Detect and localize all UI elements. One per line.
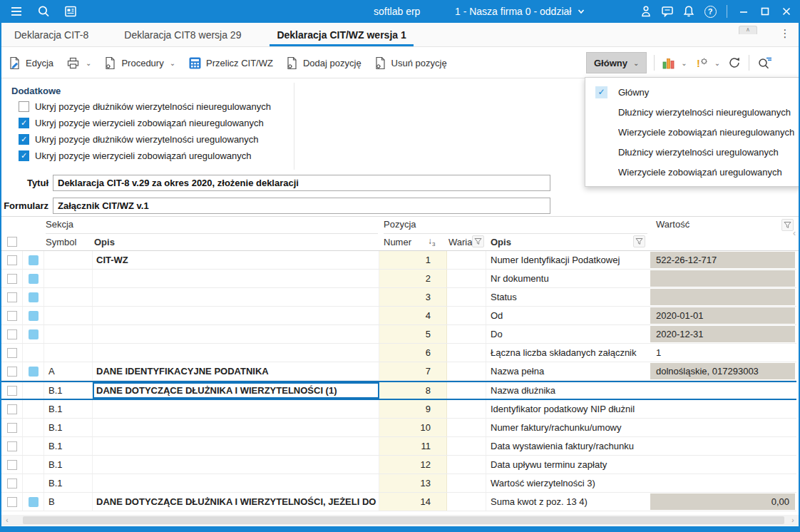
value-box[interactable]: dolnośląskie, 017293003 (650, 363, 795, 379)
cell-wariant (447, 474, 486, 492)
sort-ascending-icon[interactable]: ↓3 (428, 236, 435, 247)
value-box[interactable]: 0,00 (650, 493, 795, 510)
cell-symbol (44, 270, 93, 287)
print-button[interactable]: ⌄ (66, 56, 91, 70)
value-text[interactable]: 1 (649, 347, 661, 358)
row-checkbox[interactable] (7, 460, 17, 470)
row-checkbox[interactable] (7, 367, 17, 377)
column-header-symbol[interactable]: Symbol (46, 237, 76, 247)
row-checkbox[interactable] (7, 423, 17, 433)
scrollbar-thumb[interactable] (23, 516, 784, 524)
validation-button[interactable]: ! ⌄ (694, 56, 720, 70)
form-input[interactable] (53, 198, 550, 214)
table-row[interactable]: B.113Wartość wierzytelności 3) (1, 474, 796, 493)
value-box[interactable]: 522-26-12-717 (650, 252, 795, 268)
collapse-side-panel-chevron[interactable]: ‹ (793, 228, 796, 238)
minimize-button[interactable] (733, 0, 754, 23)
filter-icon[interactable] (633, 235, 645, 247)
option-checkbox-3[interactable]: ✓Ukryj pozycje dłużników wierzytelności … (19, 134, 271, 145)
view-menu-item-5[interactable]: Wierzyciele zobowiązań uregulowanych (585, 162, 800, 182)
checkbox-checked-icon[interactable]: ✓ (19, 150, 29, 161)
view-menu-item-3[interactable]: Wierzyciele zobowiązań nieuregulowanych (585, 122, 800, 142)
cell-wartosc (649, 419, 796, 436)
table-row[interactable]: B.1DANE DOTYCZĄCE DŁUŻNIKA I WIERZYTELNO… (1, 381, 796, 400)
news-icon[interactable] (60, 0, 81, 23)
table-row[interactable]: B.112Data upływu terminu zapłaty (1, 456, 796, 474)
table-row[interactable]: 5Do2020-12-31 (1, 325, 796, 344)
remove-position-button[interactable]: Usuń pozycję (374, 56, 447, 70)
table-row[interactable]: B.19Identyfikator podatkowy NIP dłużnil (1, 400, 796, 419)
column-header-wariant[interactable]: Waria (448, 237, 472, 247)
table-row[interactable]: BDANE DOTYCZĄCE DŁUŻNIKA I WIERZYTELNOŚC… (1, 493, 796, 511)
table-row[interactable]: 3Status (1, 288, 796, 307)
row-checkbox[interactable] (7, 386, 17, 396)
tab-overflow-menu-icon[interactable]: ⋮ (779, 27, 791, 40)
column-header-opis-sekcja[interactable]: Opis (94, 237, 115, 247)
row-checkbox[interactable] (7, 348, 17, 358)
value-box[interactable]: 2020-01-01 (650, 307, 795, 324)
maximize-button[interactable] (754, 0, 776, 23)
row-checkbox[interactable] (7, 404, 17, 414)
user-icon[interactable] (635, 0, 657, 23)
view-menu-item-4[interactable]: Dłużnicy wierzytelności uregulowanych (585, 142, 800, 162)
row-checkbox[interactable] (7, 274, 17, 284)
cell-opis: Status (486, 288, 649, 306)
filter-icon[interactable] (781, 219, 794, 231)
tab-1[interactable]: Deklaracja CIT-8 (11, 23, 91, 46)
view-menu-item-1[interactable]: ✓Główny (585, 82, 800, 102)
table-row[interactable]: 6Łączna liczba składanych załącznik1 (1, 344, 796, 362)
row-indicator-icon (29, 255, 39, 265)
row-checkbox[interactable] (7, 441, 17, 451)
table-row[interactable]: CIT-WZ1Numer Identyfikacji Podatkowej522… (1, 251, 796, 270)
view-selector-button[interactable]: Główny ⌄ (586, 52, 647, 73)
row-checkbox[interactable] (7, 311, 17, 321)
chat-icon[interactable] (657, 0, 678, 23)
search-icon[interactable] (33, 0, 54, 23)
collapse-panel-chevron[interactable]: ∧ (739, 26, 757, 34)
column-header-opis-pozycja[interactable]: Opis (491, 237, 511, 247)
row-checkbox[interactable] (7, 497, 17, 507)
value-box[interactable] (650, 270, 795, 287)
checkbox-unchecked-icon[interactable] (19, 101, 29, 112)
add-position-button[interactable]: Dodaj pozycję (286, 56, 361, 70)
close-button[interactable] (776, 0, 797, 23)
checkbox-checked-icon[interactable]: ✓ (19, 134, 29, 145)
table-row[interactable]: ADANE IDENTYFIKACYJNE PODATNIKA7Nazwa pe… (1, 362, 796, 381)
select-all-checkbox[interactable] (7, 237, 17, 247)
table-row[interactable]: 4Od2020-01-01 (1, 307, 796, 325)
row-indicator-cell (23, 251, 44, 269)
search-filter-button[interactable] (757, 56, 772, 70)
value-box[interactable]: 2020-12-31 (650, 326, 795, 342)
table-row[interactable]: B.110Numer faktury/rachunku/umowy (1, 419, 796, 437)
edit-button[interactable]: Edycja (9, 56, 53, 70)
company-selector[interactable]: 1 - Nasza firma 0 - oddział (455, 0, 585, 23)
tab-3[interactable]: Deklaracja CIT/WZ wersja 1 (274, 23, 409, 46)
table-row[interactable]: B.111Data wystawienia faktury/rachunku (1, 437, 796, 456)
scroll-right-arrow[interactable]: › (787, 515, 799, 526)
option-checkbox-4[interactable]: ✓Ukryj pozycje wierzycieli zobowiązań ur… (19, 150, 271, 161)
checkbox-checked-icon[interactable]: ✓ (19, 118, 29, 128)
cell-sekcja-opis: DANE DOTYCZĄCE DŁUŻNIKA I WIERZYTELNOŚCI… (93, 382, 379, 399)
option-checkbox-2[interactable]: ✓Ukryj pozycje wierzycieli zobowiązań ni… (19, 118, 271, 128)
tab-2[interactable]: Deklaracja CIT8 wersja 29 (121, 23, 244, 46)
refresh-button[interactable] (727, 56, 742, 70)
column-header-numer[interactable]: Numer (384, 237, 411, 247)
bell-icon[interactable] (678, 0, 699, 23)
chart-button[interactable]: ⌄ (662, 56, 687, 70)
row-checkbox[interactable] (7, 292, 17, 302)
scroll-left-arrow[interactable]: ‹ (1, 515, 13, 526)
view-menu-item-2[interactable]: Dłużnicy wierzytelności nieuregulowanych (585, 102, 800, 122)
title-input[interactable] (53, 175, 550, 191)
value-box[interactable] (650, 289, 795, 305)
row-checkbox[interactable] (7, 255, 17, 265)
cell-opis: Nr dokumentu (486, 270, 649, 287)
procedures-button[interactable]: Procedury ⌄ (104, 56, 175, 70)
option-checkbox-1[interactable]: Ukryj pozycje dłużników wierzytelności n… (19, 101, 271, 112)
filter-icon[interactable] (472, 235, 484, 247)
table-row[interactable]: 2Nr dokumentu (1, 270, 796, 288)
recalculate-button[interactable]: Przelicz CIT/WZ (188, 56, 273, 70)
hamburger-menu-icon[interactable] (6, 0, 27, 23)
row-checkbox[interactable] (7, 329, 17, 339)
row-checkbox[interactable] (7, 479, 17, 488)
help-icon[interactable]: ? (699, 0, 721, 23)
